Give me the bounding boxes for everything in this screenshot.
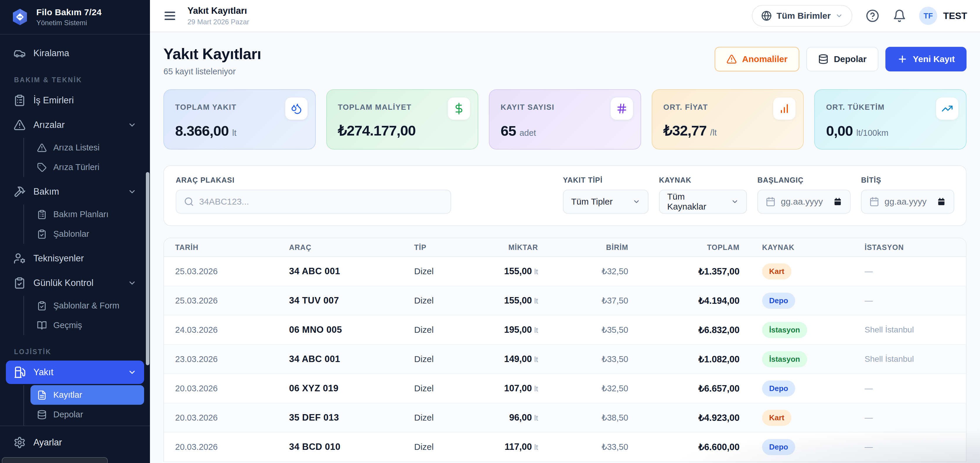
subnav-yakit: Kayıtlar Depolar Anomaliler — [24, 385, 144, 425]
cell-source: Depo — [745, 293, 848, 309]
button-label: Depolar — [834, 54, 867, 64]
database-icon — [37, 410, 47, 420]
fuel-type-filter-label: YAKIT TİPİ — [563, 176, 649, 184]
sidebar-item-label: Arızalar — [33, 120, 65, 130]
sidebar-item-sablonlar-form[interactable]: Şablonlar & Form — [30, 296, 144, 316]
topbar-title: Yakıt Kayıtları — [188, 6, 249, 16]
table-header: TARİH ARAÇ TİP MİKTAR BİRİM TOPLAM KAYNA… — [164, 238, 966, 257]
cell-total: ₺6.832,00 — [634, 325, 745, 335]
sidebar-item-kiralama[interactable]: Kiralama — [6, 41, 144, 65]
table-row[interactable]: 24.03.202606 MNO 005Dizel195,00lt₺35,50₺… — [164, 316, 966, 345]
column-header-tip[interactable]: TİP — [408, 243, 484, 252]
subnav-bakim: Bakım Planları Şablonlar — [24, 205, 144, 244]
app-subtitle: Yönetim Sistemi — [36, 19, 102, 27]
avatar[interactable]: TF — [919, 7, 937, 25]
start-date-placeholder: gg.aa.yyyy — [781, 197, 823, 207]
plus-icon — [897, 54, 908, 64]
column-header-istasyon[interactable]: İSTASYON — [848, 243, 966, 252]
cell-unit-price: ₺37,50 — [544, 296, 634, 306]
table-row[interactable]: 25.03.202634 ABC 001Dizel155,00lt₺32,50₺… — [164, 257, 966, 286]
sidebar-item-label: Bakım — [33, 186, 59, 197]
sidebar-item-is-emirleri[interactable]: İş Emirleri — [6, 89, 144, 112]
plate-search-input[interactable]: 34ABC123... — [176, 190, 451, 214]
table-row[interactable]: 20.03.202635 DEF 013Dizel96,00lt₺38,50₺4… — [164, 403, 966, 433]
calendar-icon — [869, 197, 879, 207]
cell-date: 23.03.2026 — [164, 354, 283, 364]
button-label: Anomaliler — [742, 54, 788, 64]
table-body: 25.03.202634 ABC 001Dizel155,00lt₺32,50₺… — [164, 257, 966, 462]
sidebar-item-bakim[interactable]: Bakım — [6, 180, 144, 203]
sidebar-item-teknisyenler[interactable]: Teknisyenler — [6, 247, 144, 270]
depots-button[interactable]: Depolar — [806, 47, 878, 71]
cell-total: ₺6.657,00 — [634, 383, 745, 394]
main-content: Yakıt Kayıtları 65 kayıt listeleniyor An… — [150, 32, 980, 463]
source-select[interactable]: Tüm Kaynaklar — [659, 190, 747, 214]
cell-vehicle: 06 MNO 005 — [283, 325, 408, 335]
trending-up-icon — [936, 97, 958, 120]
cell-fuel-type: Dizel — [408, 354, 484, 364]
cell-station: Shell İstanbul — [848, 354, 966, 364]
column-header-miktar[interactable]: MİKTAR — [484, 243, 544, 252]
new-record-button[interactable]: Yeni Kayıt — [885, 47, 967, 71]
cell-source: Kart — [745, 263, 848, 279]
sidebar-item-sablonlar[interactable]: Şablonlar — [30, 224, 144, 244]
cell-station: — — [848, 413, 966, 422]
start-date-input[interactable]: gg.aa.yyyy — [757, 190, 851, 214]
table-row[interactable]: 20.03.202606 XYZ 019Dizel107,00lt₺32,50₺… — [164, 374, 966, 403]
sidebar-item-ayarlar[interactable]: Ayarlar — [6, 431, 144, 454]
chevron-down-icon — [633, 198, 640, 205]
help-icon[interactable] — [866, 9, 879, 22]
sidebar-item-kayitlar[interactable]: Kayıtlar — [30, 385, 144, 405]
sidebar-scrollbar[interactable] — [146, 172, 150, 365]
cell-source: İstasyon — [745, 351, 848, 367]
subnav-gunluk-kontrol: Şablonlar & Form Geçmiş — [24, 296, 144, 335]
sidebar-item-ariza-turleri[interactable]: Arıza Türleri — [30, 157, 144, 177]
column-header-toplam[interactable]: TOPLAM — [634, 243, 745, 252]
cell-vehicle: 34 ABC 001 — [283, 354, 408, 365]
calendar-picker-icon[interactable] — [833, 197, 842, 206]
chevron-down-icon — [128, 279, 137, 287]
stat-cards: TOPLAM YAKIT 8.366,00lt TOPLAM MALİYET ₺… — [164, 89, 967, 149]
column-header-arac[interactable]: ARAÇ — [283, 243, 408, 252]
table-row[interactable]: 20.03.202634 BCD 010Dizel117,00lt₺33,50₺… — [164, 433, 966, 462]
calendar-picker-icon[interactable] — [937, 197, 946, 206]
table-row[interactable]: 25.03.202634 TUV 007Dizel155,00lt₺37,50₺… — [164, 286, 966, 316]
alert-triangle-icon — [13, 119, 26, 131]
hash-icon — [611, 97, 633, 120]
table-row[interactable]: 23.03.202634 ABC 001Dizel149,00lt₺33,50₺… — [164, 345, 966, 374]
end-date-label: BİTİŞ — [861, 176, 954, 184]
subnav-arizalar: Arıza Listesi Arıza Türleri — [24, 138, 144, 177]
sidebar-item-label: Arıza Listesi — [53, 143, 100, 152]
anomalies-button[interactable]: Anomaliler — [714, 47, 799, 71]
bell-icon[interactable] — [893, 9, 906, 22]
cell-fuel-type: Dizel — [408, 325, 484, 335]
fuel-type-select[interactable]: Tüm Tipler — [563, 190, 649, 214]
stat-unit: lt/100km — [856, 128, 889, 138]
sidebar-item-anomaliler[interactable]: Anomaliler — [30, 424, 144, 425]
sidebar-item-gunluk-kontrol[interactable]: Günlük Kontrol — [6, 271, 144, 295]
sidebar-item-bakim-planlari[interactable]: Bakım Planları — [30, 205, 144, 224]
sidebar-item-label: Şablonlar & Form — [53, 301, 119, 311]
stat-card-record-count: KAYIT SAYISI 65adet — [489, 89, 641, 149]
sidebar-item-arizalar[interactable]: Arızalar — [6, 113, 144, 137]
column-header-tarih[interactable]: TARİH — [164, 243, 283, 252]
sidebar-item-depolar[interactable]: Depolar — [30, 405, 144, 424]
cell-quantity: 96,00lt — [484, 412, 544, 423]
column-header-birim[interactable]: BİRİM — [544, 243, 634, 252]
sidebar-item-yakit[interactable]: Yakıt — [6, 361, 144, 384]
sidebar-item-ariza-listesi[interactable]: Arıza Listesi — [30, 138, 144, 157]
unit-selector[interactable]: Tüm Birimler — [752, 5, 852, 27]
menu-icon[interactable] — [163, 9, 177, 23]
bottom-overlay — [2, 457, 108, 463]
cell-date: 25.03.2026 — [164, 296, 283, 306]
topbar: Yakıt Kayıtları 29 Mart 2026 Pazar Tüm B… — [150, 0, 980, 32]
sidebar-item-gecmis[interactable]: Geçmiş — [30, 316, 144, 335]
clipboard-check-icon — [13, 277, 26, 289]
chevron-down-icon — [731, 198, 739, 205]
sidebar-item-label: Ayarlar — [33, 437, 62, 448]
end-date-input[interactable]: gg.aa.yyyy — [861, 190, 954, 214]
column-header-kaynak[interactable]: KAYNAK — [745, 243, 848, 252]
cell-station: — — [848, 296, 966, 305]
unit-selector-value: Tüm Birimler — [776, 11, 830, 21]
stat-value: ₺32,77 — [663, 122, 707, 139]
